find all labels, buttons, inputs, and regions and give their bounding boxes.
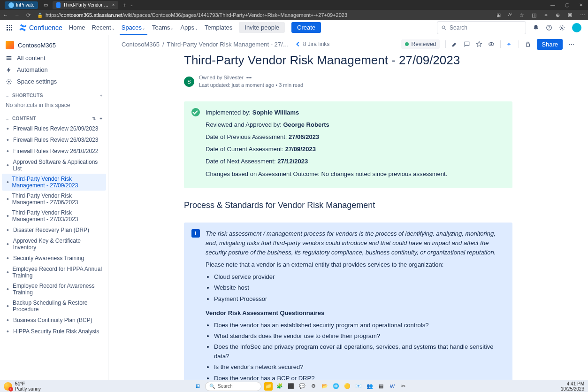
confluence-logo[interactable]: Confluence	[19, 23, 62, 32]
owner-more-icon[interactable]: •••	[246, 75, 252, 80]
nav-recent[interactable]: Recent⌄	[92, 24, 115, 31]
favorites-bar-icon[interactable]: ✧	[544, 12, 548, 18]
status-dot-icon	[405, 42, 409, 46]
svg-point-10	[491, 43, 493, 45]
taskbar-explorer-icon[interactable]: 📂	[321, 382, 329, 391]
bullet-icon: •	[7, 316, 10, 324]
read-aloud-icon[interactable]: A⁾	[508, 12, 512, 18]
taskbar-search[interactable]: 🔍 Search	[205, 382, 261, 391]
taskbar-edge-icon[interactable]: 🌐	[332, 382, 340, 391]
tree-item[interactable]: •Security Awareness Training	[0, 253, 108, 264]
taskbar-outlook-icon[interactable]: 📧	[354, 382, 363, 391]
create-button[interactable]: Create	[291, 22, 321, 33]
minimize-icon[interactable]: —	[550, 3, 555, 8]
taskbar-teams-icon[interactable]: 👥	[366, 382, 374, 391]
crumb-page[interactable]: Third-Party Vendor Risk Management - 27/…	[167, 41, 289, 48]
taskbar-app-icon[interactable]: 🧩	[275, 382, 284, 391]
favorite-icon[interactable]: ☆	[519, 12, 524, 18]
bullet-icon: •	[7, 178, 9, 186]
url-box[interactable]: 🔒 https://contosom365.atlassian.net/wiki…	[37, 12, 490, 18]
nav-home[interactable]: Home	[69, 24, 85, 31]
browser-menu-icon[interactable]: ⋯	[580, 12, 585, 18]
sidebar-space-settings[interactable]: Space settings	[0, 76, 108, 87]
start-icon[interactable]: ⊞	[194, 382, 202, 391]
bullet-icon: •	[7, 226, 10, 234]
maximize-icon[interactable]: ▢	[565, 3, 569, 8]
close-tab-icon[interactable]: ×	[112, 2, 115, 8]
app-switcher-icon[interactable]	[7, 25, 12, 31]
sidebar-shortcuts-section[interactable]: ⌄ SHORTCUTS +	[0, 91, 108, 100]
watch-icon[interactable]	[488, 41, 495, 47]
taskbar-app-icon[interactable]: ⬛	[287, 382, 295, 391]
tree-item[interactable]: •Business Continuity Plan (BCP)	[0, 315, 108, 326]
tree-item[interactable]: •Approved Software & Applications List	[0, 157, 108, 174]
star-icon[interactable]	[476, 41, 482, 47]
page-status[interactable]: Reviewed	[401, 39, 440, 49]
sidebar-all-content[interactable]: All content	[0, 52, 108, 64]
nav-templates[interactable]: Templates	[205, 24, 232, 31]
browser-tab[interactable]: Third-Party Vendor Risk Manage ×	[53, 1, 118, 9]
close-icon[interactable]: ✕	[579, 3, 583, 8]
tree-item[interactable]: •Firewall Rules Review 26/09/2023	[0, 123, 108, 134]
space-header[interactable]: ContosoM365	[0, 38, 108, 52]
owner-link[interactable]: Silvester	[224, 75, 244, 80]
tree-item[interactable]: •Firewall Rules Review 26/03/2023	[0, 134, 108, 146]
back-icon[interactable]: ←	[3, 12, 8, 18]
nav-spaces[interactable]: Spaces⌄	[122, 24, 145, 31]
no-shortcuts-text: No shortcuts in this space	[0, 100, 108, 110]
sidebar-automation[interactable]: Automation	[0, 64, 108, 76]
taskbar-weather[interactable]: 1 51°F Partly sunny	[4, 381, 41, 392]
author-avatar-icon[interactable]: S	[184, 77, 194, 87]
browser-extensions-icon[interactable]: ⌘	[567, 12, 573, 18]
collections-icon[interactable]: ⊕	[556, 12, 560, 18]
help-icon[interactable]: ?	[546, 24, 552, 31]
settings-icon[interactable]	[559, 24, 565, 31]
workspaces-icon[interactable]: ▭	[44, 2, 48, 8]
tab-overflow-icon[interactable]: ⌄	[130, 3, 133, 7]
tree-item[interactable]: •Employee Record for HIPPA Annual Traini…	[0, 264, 108, 281]
taskbar-chrome-icon[interactable]: 🟡	[343, 382, 351, 391]
tree-item[interactable]: •Third-Party Vendor Risk Management - 27…	[0, 208, 108, 224]
share-button[interactable]: Share	[537, 39, 563, 50]
taskbar-app-icon[interactable]: 📁	[264, 382, 273, 391]
taskbar-app-icon[interactable]: ⚙	[309, 382, 318, 391]
refresh-icon[interactable]: ⟳	[26, 12, 31, 18]
tree-item[interactable]: •Approved Key & Certificate Inventory	[0, 236, 108, 253]
info-panel: i The risk assessment / management proce…	[184, 223, 512, 380]
taskbar-app-icon[interactable]: 💬	[298, 382, 306, 391]
taskbar-word-icon[interactable]: W	[388, 382, 397, 391]
nav-apps[interactable]: Apps⌄	[180, 24, 198, 31]
user-avatar[interactable]	[572, 23, 581, 32]
bullet-icon: •	[7, 269, 10, 276]
jira-links[interactable]: 8 Jira links	[296, 41, 330, 47]
edit-icon[interactable]	[451, 41, 458, 47]
add-content-icon[interactable]: +	[99, 116, 102, 121]
taskbar-app-icon[interactable]: ▦	[377, 382, 385, 391]
ai-sparkle-icon[interactable]: ✦	[506, 41, 513, 47]
bullet-icon: •	[7, 285, 10, 293]
restrictions-icon[interactable]	[525, 41, 531, 47]
tree-item[interactable]: •Disaster Recovery Plan (DRP)	[0, 224, 108, 236]
tree-item[interactable]: •Third-Party Vendor Risk Management - 27…	[0, 191, 108, 208]
search-input[interactable]: Search	[437, 21, 526, 34]
split-screen-icon[interactable]: ◫	[532, 12, 536, 18]
tree-item[interactable]: •Third-Party Vendor Risk Management - 27…	[2, 174, 106, 191]
new-tab-button[interactable]: +	[123, 2, 126, 8]
sidebar-content-section[interactable]: ⌄ CONTENT ⇅ +	[0, 114, 108, 123]
tree-item[interactable]: •Employee Record for Awareness Training	[0, 281, 108, 298]
app-available-icon[interactable]: ⊞	[496, 12, 501, 18]
tree-item[interactable]: •Backup Scheduling & Restore Procedure	[0, 298, 108, 315]
nav-teams[interactable]: Teams⌄	[152, 24, 174, 31]
taskbar-snip-icon[interactable]: ✂	[399, 382, 408, 391]
crumb-space[interactable]: ContosoM365	[122, 41, 160, 48]
taskbar-clock[interactable]: 4:41 PM 10/25/2023	[561, 381, 584, 392]
tree-item[interactable]: •Firewall Rules Review 26/10/2022	[0, 146, 108, 157]
tree-item[interactable]: •HIPPA Security Rule Risk Analysis	[0, 326, 108, 337]
invite-button[interactable]: Invite people	[239, 22, 285, 33]
comment-icon[interactable]	[464, 41, 470, 47]
notification-icon[interactable]	[533, 24, 539, 31]
filter-icon[interactable]: ⇅	[92, 116, 96, 121]
add-shortcut-icon[interactable]: +	[100, 93, 102, 98]
more-actions-icon[interactable]: ⋯	[568, 41, 575, 47]
status-panel: Implemented by: Sophie Williams Reviewed…	[184, 101, 512, 188]
